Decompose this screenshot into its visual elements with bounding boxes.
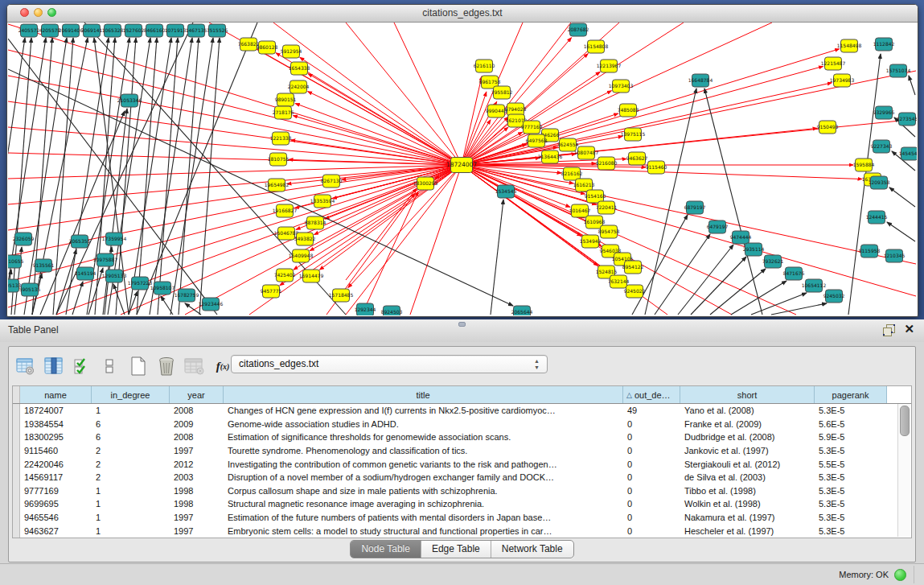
node-label: 9860128 xyxy=(257,44,278,50)
cell: 1 xyxy=(92,486,170,496)
node-label: 19654982 xyxy=(265,182,290,187)
close-window-button[interactable] xyxy=(20,8,29,17)
node-label: 2065355 xyxy=(69,238,91,244)
node-label: 1534545 xyxy=(495,188,517,194)
node-label: 10807487 xyxy=(574,150,599,155)
node-label: 8924503 xyxy=(381,309,403,315)
cell: 1997 xyxy=(170,446,224,455)
edge xyxy=(56,249,76,315)
cell: Yano et al. (2008) xyxy=(680,406,815,415)
table-panel: Table Panel ✕ xyxy=(0,319,924,585)
cell: 19384554 xyxy=(20,419,92,429)
cell: Corpus callosum shape and size in male p… xyxy=(224,486,623,496)
node-label: 1467135 xyxy=(186,27,207,33)
node-label: 12905133 xyxy=(102,273,127,278)
node-label: 21364436 xyxy=(538,154,563,159)
column-header-pagerank[interactable]: pagerank xyxy=(815,386,887,403)
node-label: 1454545 xyxy=(899,150,917,156)
node-label: 1534942 xyxy=(580,238,602,244)
node-label: 9890151 xyxy=(275,97,297,102)
column-header-outde[interactable]: △out_de… xyxy=(623,386,680,403)
node-label: 1071913 xyxy=(165,27,187,33)
panel-drag-handle[interactable] xyxy=(458,322,466,327)
tab-node-table[interactable]: Node Table xyxy=(351,541,421,558)
scrollbar-thumb[interactable] xyxy=(900,406,910,436)
column-header-indegree[interactable]: in_degree xyxy=(92,386,170,403)
network-table-select[interactable]: citations_edges.txt ▲▼ xyxy=(231,355,548,373)
node-label: 9154160 xyxy=(585,193,606,199)
cell: 9699695 xyxy=(20,499,92,509)
table-vertical-scrollbar[interactable] xyxy=(897,404,910,537)
edge xyxy=(53,38,73,315)
node-label: 6216080 xyxy=(596,160,618,166)
node-label: 7485083 xyxy=(618,107,639,113)
table-row[interactable]: 946362711997Embryonic stem cells: a mode… xyxy=(13,524,911,538)
node-label: 19734983 xyxy=(830,77,855,83)
node-label: 9777169 xyxy=(521,124,543,130)
cell: Wolkin et al. (1998) xyxy=(680,499,815,509)
cell: 0 xyxy=(623,499,680,509)
node-label: 7425402 xyxy=(274,272,296,278)
edge xyxy=(691,257,746,315)
node-label: 16648784 xyxy=(688,77,713,83)
table-row[interactable]: 911546021997Tourette syndrome. Phenomeno… xyxy=(13,444,911,458)
node-label: 2087682 xyxy=(568,27,589,32)
close-panel-icon[interactable]: ✕ xyxy=(904,323,914,336)
edge xyxy=(170,38,213,315)
node-label: 6961758 xyxy=(479,79,501,84)
node-label: 7220411 xyxy=(596,204,618,210)
float-panel-icon[interactable] xyxy=(883,324,895,336)
column-header-name[interactable]: name xyxy=(20,386,92,403)
table-row[interactable]: 969969511998Structural magnetic resonanc… xyxy=(13,497,911,511)
table-row[interactable]: 1830029562008Estimation of significance … xyxy=(13,431,911,444)
new-table-icon[interactable] xyxy=(128,356,149,377)
node-label: 9135561 xyxy=(33,262,55,268)
node-label: 10958107 xyxy=(150,285,175,290)
memory-status-indicator[interactable] xyxy=(894,569,906,581)
minimize-window-button[interactable] xyxy=(34,8,43,17)
cell: 22420046 xyxy=(20,459,92,469)
table-options-icon[interactable] xyxy=(15,356,36,377)
edge xyxy=(889,187,915,207)
delete-table-icon[interactable] xyxy=(156,356,177,377)
zoom-window-button[interactable] xyxy=(47,8,56,17)
table-row[interactable]: 946554611997Estimation of the future num… xyxy=(13,511,911,525)
show-column-icon[interactable] xyxy=(43,356,64,377)
cell: 1997 xyxy=(170,526,224,536)
table-row[interactable]: 2242004622012Investigating the contribut… xyxy=(13,457,911,471)
node-label: 3069141 xyxy=(81,27,103,33)
table-panel-header: Table Panel ✕ xyxy=(0,319,924,342)
node-label: 6216110 xyxy=(474,63,495,68)
table-row[interactable]: 1456911722003Disruption of a novel membe… xyxy=(13,471,911,484)
column-header-year[interactable]: year xyxy=(170,386,224,403)
row-selection-icon[interactable] xyxy=(72,356,92,377)
column-header-title[interactable]: title xyxy=(224,386,623,403)
node-label: 17359954 xyxy=(102,236,127,241)
cell: 2003 xyxy=(170,472,224,482)
cell: 5.5E-5 xyxy=(815,459,887,469)
node-label: 2065644 xyxy=(511,309,533,315)
cell: 0 xyxy=(623,472,680,482)
node-label: 4205578 xyxy=(39,27,61,33)
cell: 0 xyxy=(623,486,680,496)
node-label: 9115460 xyxy=(646,164,667,170)
columns-icon[interactable] xyxy=(100,356,121,377)
network-canvas[interactable]: 1872400718300295766382298601285912954165… xyxy=(8,23,917,315)
node-label: 7515526 xyxy=(207,27,228,33)
node-label: 8471676 xyxy=(783,270,805,276)
tab-edge-table[interactable]: Edge Table xyxy=(421,541,491,558)
node-label: 1524815 xyxy=(596,269,618,274)
table-row[interactable]: 1872400712008Changes of HCN gene express… xyxy=(13,404,911,418)
network-window-titlebar[interactable]: citations_edges.txt xyxy=(7,5,918,23)
column-header-short[interactable]: short xyxy=(680,386,815,403)
tab-network-table[interactable]: Network Table xyxy=(491,541,573,558)
status-bar: Memory: OK xyxy=(0,563,924,585)
node-label: 13975115 xyxy=(621,131,646,137)
cell: Structural magnetic resonance image aver… xyxy=(224,499,623,509)
network-table-select-value: citations_edges.txt xyxy=(239,358,318,369)
node-label: 17957223 xyxy=(128,280,153,286)
table-row[interactable]: 977716911998Corpus callosum shape and si… xyxy=(13,484,911,498)
memory-status-label: Memory: OK xyxy=(839,570,889,579)
table-row[interactable]: 1938455462009Genome-wide association stu… xyxy=(13,418,911,431)
node-label: 1209358 xyxy=(869,179,890,185)
